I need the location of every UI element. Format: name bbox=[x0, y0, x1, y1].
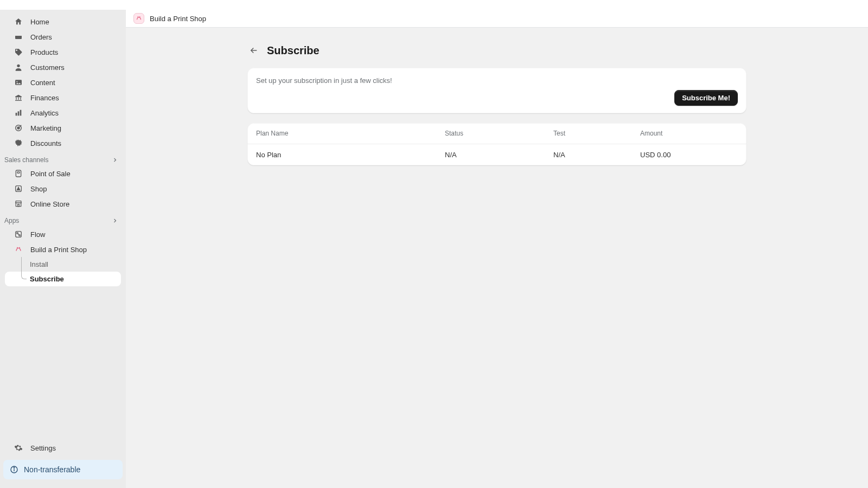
store-icon bbox=[14, 200, 23, 208]
section-sales-channels[interactable]: Sales channels bbox=[0, 151, 126, 166]
sidebar-item-home[interactable]: Home bbox=[3, 14, 123, 29]
sidebar-item-analytics[interactable]: Analytics bbox=[3, 105, 123, 120]
col-test-header: Test bbox=[553, 130, 640, 137]
svg-rect-11 bbox=[20, 110, 22, 116]
sidebar-item-online-store[interactable]: Online Store bbox=[3, 196, 123, 211]
sidebar-item-label: Orders bbox=[30, 33, 52, 41]
svg-rect-9 bbox=[16, 113, 17, 115]
sidebar-item-label: Discounts bbox=[30, 139, 61, 147]
subscribe-button[interactable]: Subscribe Me! bbox=[674, 90, 738, 106]
chevron-right-icon bbox=[112, 157, 118, 163]
cell-amount: USD 0.00 bbox=[640, 151, 738, 159]
col-amount-header: Amount bbox=[640, 130, 738, 137]
subscribe-card: Set up your subscription in just a few c… bbox=[247, 68, 746, 113]
sidebar-item-label: Home bbox=[30, 18, 49, 26]
breadcrumb: Build a Print Shop bbox=[126, 10, 868, 28]
svg-rect-5 bbox=[16, 97, 16, 100]
sidebar-item-label: Products bbox=[30, 48, 58, 56]
cell-status: N/A bbox=[445, 151, 553, 159]
print-shop-icon bbox=[14, 245, 23, 254]
svg-rect-8 bbox=[15, 100, 22, 101]
target-icon bbox=[14, 124, 23, 132]
sidebar-item-customers[interactable]: Customers bbox=[3, 60, 123, 75]
flow-icon bbox=[14, 230, 23, 239]
sidebar-item-label: Analytics bbox=[30, 109, 59, 117]
subnav-item-install[interactable]: Install bbox=[5, 257, 121, 272]
table-header-row: Plan Name Status Test Amount bbox=[247, 123, 746, 144]
tree-connector-icon bbox=[21, 272, 27, 279]
col-status-header: Status bbox=[445, 130, 553, 137]
plans-table: Plan Name Status Test Amount No Plan N/A… bbox=[247, 123, 746, 165]
sidebar-item-discounts[interactable]: Discounts bbox=[3, 136, 123, 151]
svg-rect-15 bbox=[17, 172, 20, 174]
user-icon bbox=[14, 63, 23, 72]
svg-point-4 bbox=[16, 81, 17, 82]
subscribe-description: Set up your subscription in just a few c… bbox=[256, 76, 738, 85]
shop-icon bbox=[14, 184, 23, 193]
sidebar-item-finances[interactable]: Finances bbox=[3, 90, 123, 105]
svg-point-21 bbox=[17, 247, 18, 248]
sidebar-item-marketing[interactable]: Marketing bbox=[3, 120, 123, 136]
svg-point-26 bbox=[137, 16, 138, 17]
svg-point-2 bbox=[17, 65, 20, 67]
svg-rect-10 bbox=[18, 111, 20, 115]
table-row: No Plan N/A N/A USD 0.00 bbox=[247, 144, 746, 165]
sidebar: Home Orders Products Customers bbox=[0, 10, 126, 488]
content-area: Build a Print Shop Subscribe Set up your… bbox=[126, 10, 868, 488]
top-whitespace bbox=[0, 0, 868, 10]
sidebar-item-label: Settings bbox=[30, 444, 56, 452]
bank-icon bbox=[14, 93, 23, 102]
sidebar-item-label: Online Store bbox=[30, 200, 69, 208]
content-icon bbox=[14, 78, 23, 87]
sidebar-item-label: Customers bbox=[30, 63, 65, 72]
arrow-left-icon bbox=[249, 46, 259, 55]
pos-icon bbox=[14, 169, 23, 178]
subnav-item-subscribe[interactable]: Subscribe bbox=[5, 272, 121, 286]
section-label: Sales channels bbox=[4, 156, 48, 164]
sidebar-item-flow[interactable]: Flow bbox=[3, 227, 123, 242]
section-apps[interactable]: Apps bbox=[0, 211, 126, 227]
cell-plan: No Plan bbox=[256, 151, 445, 159]
sidebar-item-label: Flow bbox=[30, 230, 45, 239]
svg-point-25 bbox=[14, 467, 14, 468]
sidebar-item-label: Marketing bbox=[30, 124, 61, 132]
sidebar-item-label: Point of Sale bbox=[30, 170, 71, 178]
sidebar-item-pos[interactable]: Point of Sale bbox=[3, 166, 123, 181]
svg-rect-7 bbox=[20, 97, 21, 100]
tag-icon bbox=[14, 48, 23, 56]
orders-icon bbox=[14, 33, 23, 41]
svg-point-13 bbox=[17, 127, 20, 129]
sidebar-item-settings[interactable]: Settings bbox=[3, 440, 123, 455]
page-title: Subscribe bbox=[267, 44, 320, 57]
back-button[interactable] bbox=[247, 44, 260, 57]
chevron-right-icon bbox=[112, 217, 118, 224]
discount-icon bbox=[14, 139, 23, 147]
sidebar-item-content[interactable]: Content bbox=[3, 75, 123, 90]
sidebar-item-label: Build a Print Shop bbox=[30, 246, 87, 254]
svg-point-22 bbox=[19, 247, 20, 248]
home-icon bbox=[14, 17, 23, 26]
sidebar-item-label: Shop bbox=[30, 185, 47, 193]
gear-icon bbox=[14, 444, 23, 452]
svg-point-27 bbox=[139, 16, 141, 17]
sidebar-item-shop[interactable]: Shop bbox=[3, 181, 123, 196]
info-pill-label: Non-transferable bbox=[24, 465, 80, 474]
sidebar-item-label: Finances bbox=[30, 94, 59, 102]
svg-rect-6 bbox=[18, 97, 18, 100]
info-icon bbox=[10, 465, 18, 474]
col-plan-header: Plan Name bbox=[256, 130, 445, 137]
cell-test: N/A bbox=[553, 151, 640, 159]
info-pill[interactable]: Non-transferable bbox=[3, 460, 123, 479]
tree-connector-icon bbox=[21, 257, 27, 272]
sidebar-item-orders[interactable]: Orders bbox=[3, 29, 123, 44]
svg-point-19 bbox=[17, 233, 18, 234]
breadcrumb-app-name[interactable]: Build a Print Shop bbox=[150, 15, 206, 23]
section-label: Apps bbox=[4, 217, 19, 224]
svg-rect-17 bbox=[18, 204, 20, 207]
analytics-icon bbox=[14, 108, 23, 117]
svg-point-20 bbox=[19, 235, 21, 236]
sidebar-item-products[interactable]: Products bbox=[3, 44, 123, 60]
subnav-label: Subscribe bbox=[30, 275, 64, 283]
sidebar-item-print-shop[interactable]: Build a Print Shop bbox=[3, 242, 123, 257]
svg-rect-1 bbox=[15, 35, 22, 36]
